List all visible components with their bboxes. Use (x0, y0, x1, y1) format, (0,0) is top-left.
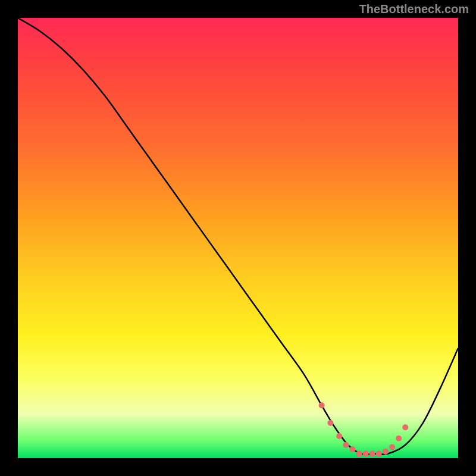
optimal-dot (383, 449, 389, 455)
optimal-dot (363, 451, 369, 457)
optimal-dot (343, 442, 349, 448)
optimal-dot (336, 433, 342, 439)
optimal-dot (349, 446, 355, 452)
bottleneck-curve-svg (18, 18, 458, 458)
optimal-dot (319, 402, 325, 408)
attribution-text: TheBottleneck.com (359, 2, 469, 16)
optimal-dot (402, 424, 408, 430)
optimal-dot (376, 451, 382, 457)
chart-plot-area (18, 18, 458, 458)
optimal-dot (389, 444, 395, 450)
optimal-dot (327, 420, 333, 426)
optimal-dot (356, 451, 362, 457)
optimal-dot (396, 436, 402, 441)
bottleneck-curve-path (18, 18, 458, 455)
optimal-range-dots (319, 402, 409, 456)
optimal-dot (369, 451, 375, 457)
